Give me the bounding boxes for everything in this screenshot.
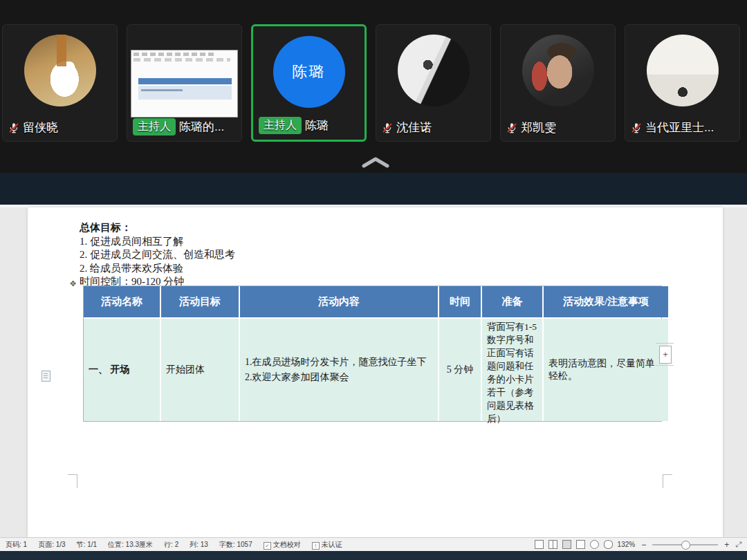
goals-heading: 总体目标： [80, 221, 235, 235]
participant-name: 郑凯雯 [521, 120, 556, 136]
col-header-preparation: 准备 [482, 286, 542, 317]
paste-options-icon[interactable] [42, 371, 50, 382]
participant-name: 沈佳诺 [396, 120, 432, 136]
participant-tile-2-screenshare[interactable]: 主持人 陈璐的... [127, 24, 242, 142]
col-header-activity-name: 活动名称 [84, 286, 160, 317]
muted-mic-icon [382, 122, 393, 133]
bottom-band [0, 551, 747, 560]
avatar [647, 35, 719, 106]
zoom-out-button[interactable]: − [640, 540, 647, 550]
shared-document-area: 总体目标： 1. 促进成员间相互了解 2. 促进成员之间交流、创造和思考 2. … [0, 205, 747, 537]
activity-table: 活动名称 活动目标 活动内容 时间 准备 活动效果/注意事项 一、 开场 开始团… [83, 286, 662, 422]
participant-name: 陈璐的... [179, 119, 224, 135]
avatar-initials: 陈璐 [273, 36, 345, 108]
cell-preparation: 背面写有1-5 数字序号和正面写有话题问题和任务的小卡片若干（参考问题见表格后） [482, 319, 542, 421]
video-strip: 留侠晓 主持人 陈璐的... 陈璐 [0, 0, 747, 173]
participant-thumbnails: 留侠晓 主持人 陈璐的... 陈璐 [2, 24, 740, 142]
fit-page-icon[interactable]: ⤢ [735, 540, 741, 549]
table-insert-handle[interactable]: + [659, 346, 672, 364]
muted-mic-icon [8, 122, 19, 133]
goal-line: 2. 促进成员之间交流、创造和思考 [80, 248, 235, 262]
meeting-toolbar-band [0, 173, 747, 205]
muted-mic-icon [631, 122, 642, 133]
status-line: 行: 2 [164, 540, 178, 550]
participant-label: 主持人 陈璐 [259, 117, 329, 134]
word-status-bar: 页码: 1 页面: 1/3 节: 1/1 位置: 13.3厘米 行: 2 列: … [0, 537, 747, 551]
certification-icon: ! [312, 542, 320, 550]
zoom-level[interactable]: 132% [618, 541, 636, 548]
cell-effect-notes: 表明活动意图，尽量简单轻松。 [544, 319, 668, 421]
move-cursor-icon: ✥ [70, 277, 76, 291]
status-column: 列: 13 [190, 540, 208, 550]
eye-protect-mode-icon[interactable] [604, 540, 613, 549]
participant-label: 沈佳诺 [382, 120, 432, 136]
status-section: 节: 1/1 [77, 540, 97, 550]
status-proofing[interactable]: ✓文档校对 [264, 540, 301, 550]
status-bar-right-controls: 132% − + ⤢ [535, 540, 741, 550]
status-position: 位置: 13.3厘米 [108, 540, 153, 550]
word-page: 总体目标： 1. 促进成员间相互了解 2. 促进成员之间交流、创造和思考 2. … [28, 207, 723, 537]
document-goals-block: 总体目标： 1. 促进成员间相互了解 2. 促进成员之间交流、创造和思考 2. … [80, 221, 235, 289]
participant-tile-4[interactable]: 沈佳诺 [376, 24, 491, 142]
full-screen-view-icon[interactable] [535, 540, 544, 549]
read-mode-view-icon[interactable] [548, 540, 557, 549]
goal-line: 1. 促进成员间相互了解 [80, 235, 235, 249]
muted-mic-icon [506, 122, 517, 133]
collapse-strip-chevron-up-icon[interactable] [360, 156, 391, 169]
col-header-activity-goal: 活动目标 [161, 286, 239, 317]
participant-label: 当代亚里士... [631, 120, 714, 136]
status-page-number: 页码: 1 [6, 540, 27, 550]
cell-activity-content: 1.在成员进场时分发卡片，随意找位子坐下 2.欢迎大家参加团体聚会 [240, 319, 438, 421]
avatar [24, 35, 96, 106]
status-certification[interactable]: !未认证 [312, 540, 342, 550]
page-margin-mark-right [663, 474, 672, 488]
page-margin-mark-left [68, 474, 77, 488]
status-word-count[interactable]: 字数: 1057 [219, 540, 252, 550]
goal-line: 2. 给成员带来欢乐体验 [80, 262, 235, 276]
participant-name: 留侠晓 [23, 120, 58, 136]
proofing-icon: ✓ [264, 542, 271, 550]
col-header-time: 时间 [439, 286, 481, 317]
avatar [522, 35, 594, 106]
participant-tile-6[interactable]: 当代亚里士... [625, 24, 740, 142]
zoom-slider-knob[interactable] [681, 541, 690, 550]
participant-name: 当代亚里士... [645, 120, 714, 136]
participant-name: 陈璐 [305, 118, 329, 133]
web-layout-view-icon[interactable] [590, 540, 599, 549]
cell-activity-name: 一、 开场 [84, 319, 160, 421]
screen-share-preview [131, 50, 238, 118]
print-layout-view-icon[interactable] [562, 540, 571, 549]
col-header-activity-content: 活动内容 [240, 286, 438, 317]
participant-label: 留侠晓 [8, 120, 58, 136]
zoom-slider[interactable] [652, 544, 718, 545]
participant-tile-3-active-speaker[interactable]: 陈璐 主持人 陈璐 [251, 24, 367, 142]
outline-view-icon[interactable] [576, 540, 585, 549]
cell-activity-goal: 开始团体 [161, 319, 239, 421]
host-badge: 主持人 [259, 117, 302, 134]
col-header-effect-notes: 活动效果/注意事项 [544, 286, 668, 317]
zoom-in-button[interactable]: + [723, 540, 730, 550]
cell-time: 5 分钟 [439, 319, 481, 421]
participant-label: 郑凯雯 [506, 120, 556, 136]
host-badge: 主持人 [133, 118, 176, 136]
status-page-ratio: 页面: 1/3 [38, 540, 65, 550]
participant-label: 主持人 陈璐的... [133, 118, 224, 136]
participant-tile-5[interactable]: 郑凯雯 [500, 24, 616, 142]
avatar [398, 35, 470, 106]
participant-tile-1[interactable]: 留侠晓 [2, 24, 118, 142]
meeting-app-window: 留侠晓 主持人 陈璐的... 陈璐 [0, 0, 747, 560]
